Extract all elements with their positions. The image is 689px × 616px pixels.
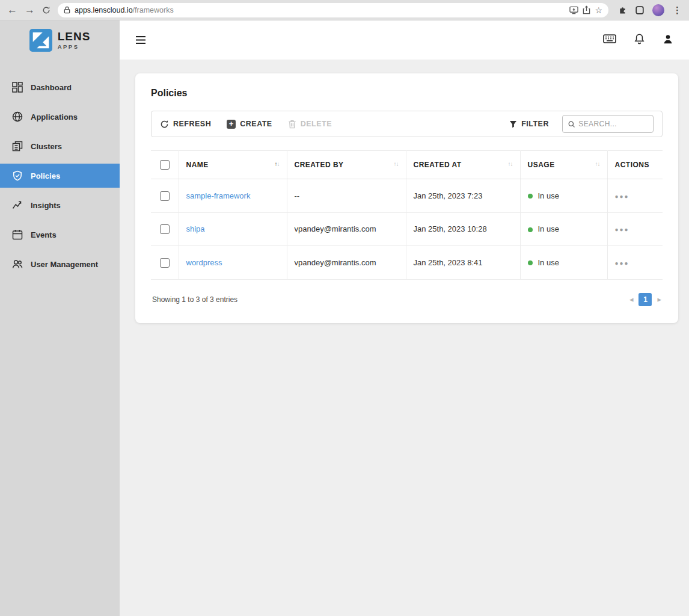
showing-entries-text: Showing 1 to 3 of 3 entries (152, 295, 237, 304)
created-by-cell: -- (287, 179, 406, 213)
created-at-cell: Jan 25th, 2023 8:41 (406, 246, 520, 280)
policies-table: NAME↑↓ CREATED BY↑↓ CREATED AT↑↓ USAGE↑↓… (151, 150, 663, 280)
browser-forward-icon[interactable]: → (25, 5, 35, 15)
notifications-bell-icon[interactable] (634, 33, 645, 47)
column-header-created-by[interactable]: CREATED BY↑↓ (287, 151, 406, 179)
sort-arrows-icon[interactable]: ↑↓ (595, 161, 600, 167)
created-at-cell: Jan 25th, 2023 7:23 (406, 179, 520, 213)
page-number-button[interactable]: 1 (638, 293, 652, 306)
toolbar-right: FILTER (509, 115, 654, 133)
insights-icon (12, 200, 23, 211)
policies-card: Policies REFRESH + CREATE DELETE (135, 73, 678, 323)
keyboard-icon[interactable] (603, 34, 616, 46)
create-button[interactable]: + CREATE (227, 120, 272, 129)
profile-avatar[interactable] (652, 4, 664, 16)
trash-icon (288, 120, 296, 129)
lock-icon (64, 6, 70, 14)
body-row: Dashboard Applications Clusters Policies… (0, 60, 689, 616)
usage-label: In use (538, 258, 559, 267)
sidebar-item-applications[interactable]: Applications (0, 105, 120, 129)
in-use-dot (528, 194, 533, 199)
sidebar-item-label: Events (31, 230, 57, 239)
bookmark-star-icon[interactable]: ☆ (595, 5, 602, 15)
address-bar[interactable]: apps.lenscloud.io/frameworks ☆ (58, 3, 608, 17)
share-icon[interactable] (583, 5, 590, 14)
tab-square-icon[interactable] (635, 6, 644, 14)
app-top-row: LENS APPS (0, 20, 689, 60)
sidebar-item-dashboard[interactable]: Dashboard (0, 75, 120, 99)
column-header-actions: ACTIONS (607, 151, 663, 179)
refresh-icon (160, 120, 169, 129)
sidebar-item-events[interactable]: Events (0, 223, 120, 247)
url-text: apps.lenscloud.io/frameworks (75, 6, 174, 14)
column-label: USAGE (528, 161, 555, 169)
select-all-checkbox[interactable] (160, 160, 170, 170)
filter-label: FILTER (521, 120, 549, 128)
usage-cell: In use (520, 246, 607, 280)
sidebar-item-label: Insights (31, 201, 61, 210)
column-header-usage[interactable]: USAGE↑↓ (520, 151, 607, 179)
row-checkbox[interactable] (160, 224, 170, 234)
url-path: /frameworks (133, 6, 174, 14)
browser-menu-icon[interactable]: ⋮ (673, 5, 682, 16)
row-actions-menu-icon[interactable]: ●●● (615, 260, 629, 266)
refresh-label: REFRESH (173, 120, 211, 128)
events-icon (12, 229, 23, 240)
main-content: Policies REFRESH + CREATE DELETE (120, 60, 689, 616)
column-header-name[interactable]: NAME↑↓ (179, 151, 287, 179)
header-icons (603, 33, 673, 47)
sidebar-item-label: Dashboard (31, 83, 72, 92)
prev-page-icon[interactable]: ◂ (629, 295, 634, 303)
browser-back-icon[interactable]: ← (7, 5, 17, 15)
sort-arrows-icon[interactable]: ↑↓ (394, 161, 399, 167)
user-management-icon (12, 259, 23, 270)
row-checkbox[interactable] (160, 191, 170, 201)
usage-label: In use (538, 224, 559, 233)
url-host: apps.lenscloud.io (75, 6, 133, 14)
usage-cell: In use (520, 179, 607, 213)
created-at-cell: Jan 25th, 2023 10:28 (406, 212, 520, 246)
row-checkbox[interactable] (160, 258, 170, 268)
toolbar: REFRESH + CREATE DELETE FILTER (151, 111, 663, 137)
brand-sub: APPS (58, 43, 91, 50)
search-box[interactable] (562, 115, 654, 133)
row-actions-menu-icon[interactable]: ●●● (615, 226, 629, 233)
column-header-created-at[interactable]: CREATED AT↑↓ (406, 151, 520, 179)
table-row: shipa vpandey@mirantis.com Jan 25th, 202… (151, 212, 663, 246)
search-input[interactable] (578, 120, 648, 128)
usage-cell: In use (520, 212, 607, 246)
delete-button[interactable]: DELETE (288, 120, 332, 129)
hamburger-menu-icon[interactable] (135, 35, 146, 45)
sidebar-item-policies[interactable]: Policies (0, 164, 120, 188)
app-header (120, 20, 689, 60)
install-app-icon[interactable] (569, 6, 578, 14)
column-label: ACTIONS (615, 161, 650, 169)
row-actions-menu-icon[interactable]: ●●● (615, 193, 629, 200)
filter-button[interactable]: FILTER (509, 120, 549, 128)
policy-name-link[interactable]: sample-framework (186, 191, 251, 200)
sort-arrows-icon[interactable]: ↑↓ (275, 161, 280, 167)
sidebar-item-clusters[interactable]: Clusters (0, 134, 120, 158)
table-header-row: NAME↑↓ CREATED BY↑↓ CREATED AT↑↓ USAGE↑↓… (151, 151, 663, 179)
next-page-icon[interactable]: ▸ (657, 295, 661, 303)
app-logo[interactable]: LENS APPS (0, 20, 120, 60)
sidebar-item-user-management[interactable]: User Management (0, 252, 120, 276)
policies-icon (12, 170, 23, 181)
account-icon[interactable] (663, 34, 673, 47)
sort-arrows-icon[interactable]: ↑↓ (508, 161, 513, 167)
refresh-button[interactable]: REFRESH (160, 120, 211, 129)
policy-name-link[interactable]: wordpress (186, 258, 222, 267)
column-label: CREATED BY (295, 161, 344, 169)
browser-actions: ⋮ (616, 4, 682, 16)
sidebar-item-label: Policies (31, 171, 60, 180)
delete-label: DELETE (301, 120, 332, 128)
search-icon (568, 120, 575, 128)
browser-refresh-icon[interactable] (42, 6, 51, 14)
lens-logo-icon (29, 29, 52, 52)
sidebar-item-label: Clusters (31, 142, 62, 151)
extensions-puzzle-icon[interactable] (618, 5, 627, 14)
sidebar-item-insights[interactable]: Insights (0, 193, 120, 217)
created-by-cell: vpandey@mirantis.com (287, 212, 406, 246)
policy-name-link[interactable]: shipa (186, 224, 205, 233)
table-row: wordpress vpandey@mirantis.com Jan 25th,… (151, 246, 663, 280)
